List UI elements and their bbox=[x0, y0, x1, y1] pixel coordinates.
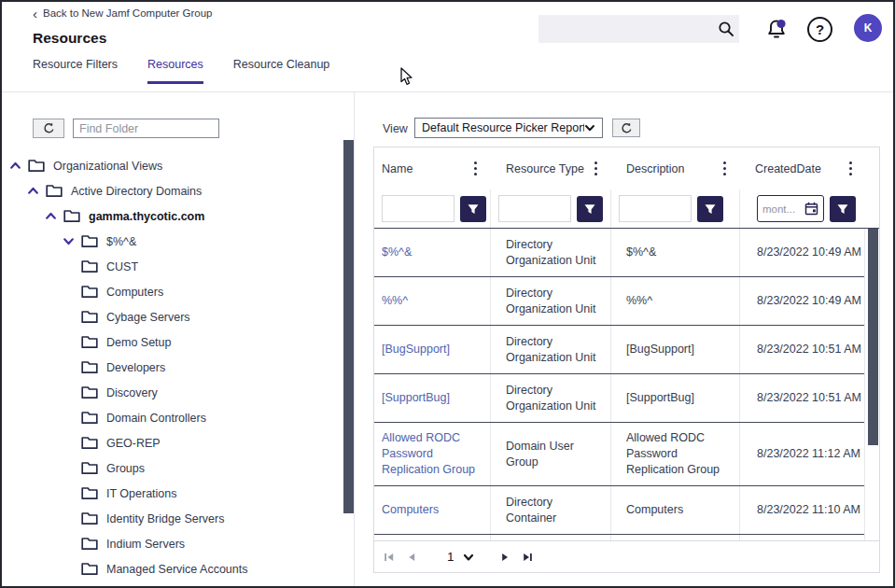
resource-link[interactable]: [SupportBug] bbox=[382, 390, 450, 406]
filter-button[interactable] bbox=[460, 196, 486, 222]
resource-link[interactable]: [BugSupport] bbox=[382, 342, 450, 357]
tree-item[interactable]: Developers bbox=[2, 355, 343, 380]
next-page-button[interactable] bbox=[496, 548, 514, 567]
tab-resource-filters[interactable]: Resource Filters bbox=[33, 58, 118, 84]
grid-scrollbar-thumb[interactable] bbox=[868, 229, 878, 445]
tree-refresh-button[interactable] bbox=[33, 119, 64, 138]
folder-icon bbox=[81, 385, 98, 399]
cell-type: Domain User Group bbox=[491, 423, 611, 485]
tree-item[interactable]: CUST bbox=[2, 254, 343, 279]
header-divider bbox=[2, 91, 893, 92]
caret-spacer bbox=[63, 386, 75, 399]
tree-item[interactable]: Demo Setup bbox=[2, 329, 343, 355]
tree-item-label: gamma.thycotic.com bbox=[89, 210, 204, 223]
folder-icon bbox=[81, 360, 98, 374]
tree-item-label: Computers bbox=[106, 286, 163, 299]
tree-item[interactable]: Computers bbox=[2, 279, 343, 304]
column-header-label: Name bbox=[382, 162, 413, 175]
tree-item[interactable]: Discovery bbox=[2, 380, 343, 405]
tree-item-label: Discovery bbox=[106, 386, 158, 399]
tab-resource-cleanup[interactable]: Resource Cleanup bbox=[233, 58, 330, 84]
back-link[interactable]: ‹ Back to New Jamf Computer Group bbox=[33, 7, 213, 19]
tree-item[interactable]: Cybage Servers bbox=[2, 304, 343, 329]
date-filter-placeholder: mont... bbox=[762, 203, 804, 215]
tree-item[interactable]: Organizational Views bbox=[2, 153, 343, 178]
search-input[interactable] bbox=[538, 22, 718, 36]
first-page-button[interactable] bbox=[380, 548, 399, 567]
column-menu-icon[interactable] bbox=[592, 158, 600, 179]
tree-item[interactable]: $%^& bbox=[2, 229, 343, 254]
expand-icon[interactable] bbox=[63, 235, 75, 247]
collapse-icon[interactable] bbox=[27, 185, 39, 197]
date-filter-input[interactable]: mont... bbox=[757, 195, 824, 222]
cell-name[interactable]: Computers bbox=[374, 486, 491, 534]
view-report-select[interactable]: Default Resource Picker Report bbox=[414, 118, 603, 138]
resource-link[interactable]: $%^& bbox=[382, 245, 412, 260]
caret-spacer bbox=[63, 487, 75, 499]
filter-input-description[interactable] bbox=[619, 195, 692, 222]
previous-page-button[interactable] bbox=[402, 548, 421, 567]
filter-button[interactable] bbox=[830, 196, 856, 222]
resource-link[interactable]: Computers bbox=[382, 502, 439, 518]
tree-item[interactable]: Domain Controllers bbox=[2, 405, 343, 430]
cell-created: 8/23/2022 10:49 AM bbox=[740, 229, 866, 276]
cell-name[interactable]: [SupportBug] bbox=[374, 374, 491, 422]
tree-item[interactable]: GEO-REP bbox=[2, 430, 343, 455]
caret-spacer bbox=[63, 437, 75, 449]
caret-spacer bbox=[63, 538, 75, 550]
cell-text: Directory Organization Unit bbox=[506, 237, 603, 269]
resource-link[interactable]: %%^ bbox=[382, 293, 408, 309]
grid-filter-row: mont... bbox=[374, 189, 879, 229]
tree-item-label: Cybage Servers bbox=[106, 311, 190, 324]
caret-spacer bbox=[63, 412, 75, 424]
notifications-button[interactable] bbox=[762, 15, 791, 45]
cell-type: Directory Container bbox=[491, 486, 611, 534]
tree-item[interactable]: gamma.thycotic.com bbox=[2, 203, 343, 229]
grid-refresh-button[interactable] bbox=[612, 119, 640, 137]
last-page-button[interactable] bbox=[518, 548, 537, 567]
tree-item-label: GEO-REP bbox=[106, 437, 161, 450]
tree-scrollbar[interactable] bbox=[343, 140, 354, 513]
filter-button[interactable] bbox=[697, 196, 723, 222]
page-title: Resources bbox=[33, 30, 106, 47]
help-button[interactable]: ? bbox=[807, 17, 832, 42]
cell-name[interactable]: %%^ bbox=[374, 277, 491, 325]
folder-icon bbox=[81, 285, 98, 299]
cell-type: Directory Organization Unit bbox=[491, 326, 611, 373]
table-row: ComputersDirectory ContainerComputers8/2… bbox=[374, 486, 879, 535]
cell-description: %%^ bbox=[611, 277, 740, 325]
filter-input-resource-type[interactable] bbox=[498, 195, 571, 222]
page-select-dropdown[interactable] bbox=[462, 551, 475, 564]
column-menu-icon[interactable] bbox=[471, 158, 480, 179]
cell-name[interactable]: Allowed RODC Password Replication Group bbox=[374, 423, 491, 485]
avatar[interactable]: K bbox=[854, 14, 882, 42]
find-folder-input[interactable] bbox=[73, 119, 219, 138]
calendar-icon[interactable] bbox=[804, 202, 818, 216]
tree-item[interactable]: Managed Service Accounts bbox=[2, 556, 343, 581]
tree-item[interactable]: Active Directory Domains bbox=[2, 178, 343, 203]
resource-link[interactable]: Allowed RODC Password Replication Group bbox=[382, 430, 482, 478]
column-header[interactable]: CreatedDate bbox=[740, 147, 866, 189]
cell-name[interactable]: [BugSupport] bbox=[374, 326, 491, 373]
chevron-down-icon bbox=[584, 122, 595, 133]
column-menu-icon[interactable] bbox=[720, 158, 729, 179]
tree-item[interactable]: Identity Bridge Servers bbox=[2, 506, 343, 531]
column-header[interactable]: Resource Type bbox=[491, 147, 611, 189]
column-menu-icon[interactable] bbox=[846, 158, 855, 179]
collapse-icon[interactable] bbox=[45, 210, 57, 222]
grid-scrollbar-track[interactable] bbox=[864, 229, 879, 541]
column-header[interactable]: Description bbox=[611, 147, 740, 189]
filter-button[interactable] bbox=[577, 196, 603, 222]
search-icon[interactable] bbox=[718, 21, 734, 37]
column-header[interactable]: Name bbox=[374, 147, 491, 189]
tree-item[interactable]: Groups bbox=[2, 455, 343, 481]
tree-item[interactable]: IT Operations bbox=[2, 481, 343, 506]
tab-resources[interactable]: Resources bbox=[147, 58, 203, 84]
tree-item[interactable]: Indium Servers bbox=[2, 531, 343, 556]
cell-name[interactable]: $%^& bbox=[374, 229, 491, 276]
folder-icon bbox=[46, 184, 63, 198]
cell-created: 8/23/2022 10:51 AM bbox=[740, 326, 866, 373]
tree-item-label: CUST bbox=[106, 260, 138, 273]
filter-input-name[interactable] bbox=[382, 195, 454, 222]
collapse-icon[interactable] bbox=[9, 160, 21, 172]
